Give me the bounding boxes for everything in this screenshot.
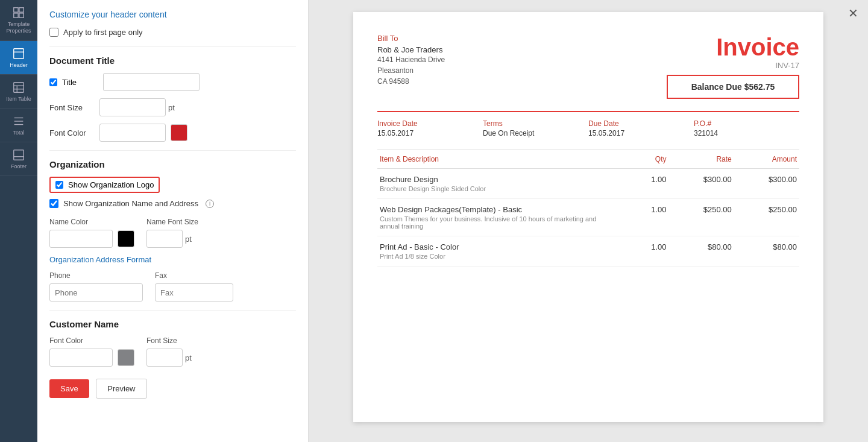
item-rate-0: $300.00 xyxy=(669,169,734,199)
nav-item-header[interactable]: Header xyxy=(0,41,37,75)
customer-name-section-label: Customer Name xyxy=(49,319,296,329)
nav-item-item-table[interactable]: Item Table xyxy=(0,75,37,109)
name-color-field-row: #000000 xyxy=(49,230,134,248)
show-org-name-checkbox[interactable] xyxy=(49,199,58,208)
meta-due-date: Due Date 15.05.2017 xyxy=(588,119,694,137)
item-amount-1: $250.00 xyxy=(734,199,799,236)
font-size-row: Font Size 23 pt xyxy=(49,98,296,116)
font-color-input[interactable]: #cc2026 xyxy=(99,124,166,142)
title-input[interactable]: Invoice xyxy=(103,73,200,91)
org-name-color-size-row: Name Color #000000 Name Font Size 7 pt xyxy=(49,218,296,248)
item-amount-2: $80.00 xyxy=(734,236,799,267)
title-row: Title Invoice xyxy=(49,73,296,91)
org-section: Show Organization Logo Show Organization… xyxy=(49,177,296,302)
cust-font-size-label: Font Size xyxy=(146,336,192,345)
client-city: Pleasanton xyxy=(377,65,445,76)
close-button[interactable]: ✕ xyxy=(848,6,858,21)
item-rate-1: $250.00 xyxy=(669,199,734,236)
preview-button[interactable]: Preview xyxy=(96,379,146,399)
fax-label: Fax xyxy=(155,271,233,280)
font-color-swatch[interactable] xyxy=(171,124,187,141)
apply-first-page-checkbox[interactable] xyxy=(49,28,58,37)
preview-area: ✕ Bill To Rob & Joe Traders 4141 Haciend… xyxy=(309,0,868,442)
col-amount: Amount xyxy=(734,150,799,169)
balance-box: Balance Due $562.75 xyxy=(667,75,799,99)
item-qty-1: 1.00 xyxy=(617,199,669,236)
cust-font-color-label: Font Color xyxy=(49,336,134,345)
show-org-logo-highlighted: Show Organization Logo xyxy=(49,177,160,193)
col-description: Item & Description xyxy=(377,150,617,169)
name-font-size-group: Name Font Size 7 pt xyxy=(146,218,198,248)
save-button[interactable]: Save xyxy=(49,379,89,398)
cust-font-size-input-group: 10 pt xyxy=(146,349,192,367)
fax-group: Fax xyxy=(155,271,233,302)
fax-input[interactable] xyxy=(155,283,233,302)
cust-font-size-input[interactable]: 10 xyxy=(146,349,183,367)
name-font-size-input[interactable]: 7 xyxy=(146,230,183,248)
name-color-swatch[interactable] xyxy=(118,230,134,247)
document-title-section-label: Document Title xyxy=(49,55,296,66)
invoice-meta-row: Invoice Date 15.05.2017 Terms Due On Rec… xyxy=(377,111,799,137)
cust-font-color-field-row: #818285 xyxy=(49,349,134,367)
meta-terms: Terms Due On Receipt xyxy=(483,119,588,137)
nav-item-total[interactable]: Total xyxy=(0,109,37,142)
name-font-size-label: Name Font Size xyxy=(146,218,198,226)
client-address1: 4141 Hacienda Drive xyxy=(377,54,445,65)
nav-item-template-properties[interactable]: Template Properties xyxy=(0,0,37,41)
meta-invoice-date: Invoice Date 15.05.2017 xyxy=(377,119,483,137)
svg-rect-1 xyxy=(19,8,24,12)
item-rate-2: $80.00 xyxy=(669,236,734,267)
apply-first-page-label: Apply to first page only xyxy=(63,28,143,37)
item-qty-0: 1.00 xyxy=(617,169,669,199)
table-header-row: Item & Description Qty Rate Amount xyxy=(377,150,799,169)
customer-name-fields-row: Font Color #818285 Font Size 10 pt xyxy=(49,336,296,367)
table-row: Brochure Design Brochure Design Single S… xyxy=(377,169,799,199)
svg-rect-13 xyxy=(14,150,24,160)
font-color-row: Font Color #cc2026 xyxy=(49,124,296,142)
cust-font-color-swatch[interactable] xyxy=(118,349,134,366)
invoice-number: INV-17 xyxy=(667,61,799,70)
client-name: Rob & Joe Traders xyxy=(377,45,445,54)
svg-rect-6 xyxy=(14,82,24,92)
invoice-preview: Bill To Rob & Joe Traders 4141 Hacienda … xyxy=(353,12,823,422)
org-address-format-link[interactable]: Organization Address Format xyxy=(49,255,296,264)
show-org-logo-checkbox[interactable] xyxy=(55,181,63,189)
cust-font-color-input[interactable]: #818285 xyxy=(49,349,113,367)
col-qty: Qty xyxy=(617,150,669,169)
items-table: Item & Description Qty Rate Amount Broch… xyxy=(377,150,799,267)
name-color-group: Name Color #000000 xyxy=(49,218,134,248)
font-size-unit: pt xyxy=(168,103,175,112)
title-field-label: Title xyxy=(62,78,98,87)
cust-font-size-unit: pt xyxy=(185,353,192,362)
table-row: Print Ad - Basic - Color Print Ad 1/8 si… xyxy=(377,236,799,267)
show-org-name-label: Show Organization Name and Address xyxy=(63,199,198,208)
svg-rect-4 xyxy=(14,48,24,58)
name-color-input[interactable]: #000000 xyxy=(49,230,113,248)
phone-input[interactable] xyxy=(49,283,143,302)
invoice-title-section: Invoice INV-17 Balance Due $562.75 xyxy=(667,34,799,99)
title-checkbox[interactable] xyxy=(49,78,57,86)
show-org-logo-label: Show Organization Logo xyxy=(68,180,154,189)
name-color-label: Name Color xyxy=(49,218,134,226)
name-font-size-input-group: 7 pt xyxy=(146,230,198,248)
item-qty-2: 1.00 xyxy=(617,236,669,267)
item-desc-cell-0: Brochure Design Brochure Design Single S… xyxy=(377,169,617,199)
apply-first-page-row: Apply to first page only xyxy=(49,28,296,37)
font-size-label: Font Size xyxy=(49,103,95,112)
svg-rect-3 xyxy=(19,13,24,17)
table-row: Web Design Packages(Template) - Basic Cu… xyxy=(377,199,799,236)
svg-rect-0 xyxy=(14,8,18,12)
items-table-body: Brochure Design Brochure Design Single S… xyxy=(377,169,799,267)
phone-label: Phone xyxy=(49,271,143,280)
action-buttons-row: Save Preview xyxy=(49,379,296,399)
organization-section-label: Organization xyxy=(49,159,296,169)
item-amount-0: $300.00 xyxy=(734,169,799,199)
cust-font-size-group: Font Size 10 pt xyxy=(146,336,192,367)
left-nav: Template Properties Header Item Table To… xyxy=(0,0,37,442)
font-size-input[interactable]: 23 xyxy=(99,98,166,116)
font-color-label: Font Color xyxy=(49,128,95,137)
phone-fax-row: Phone Fax xyxy=(49,271,296,302)
client-address: 4141 Hacienda Drive Pleasanton CA 94588 xyxy=(377,54,445,87)
nav-item-footer[interactable]: Footer xyxy=(0,142,37,176)
invoice-title: Invoice xyxy=(667,34,799,61)
